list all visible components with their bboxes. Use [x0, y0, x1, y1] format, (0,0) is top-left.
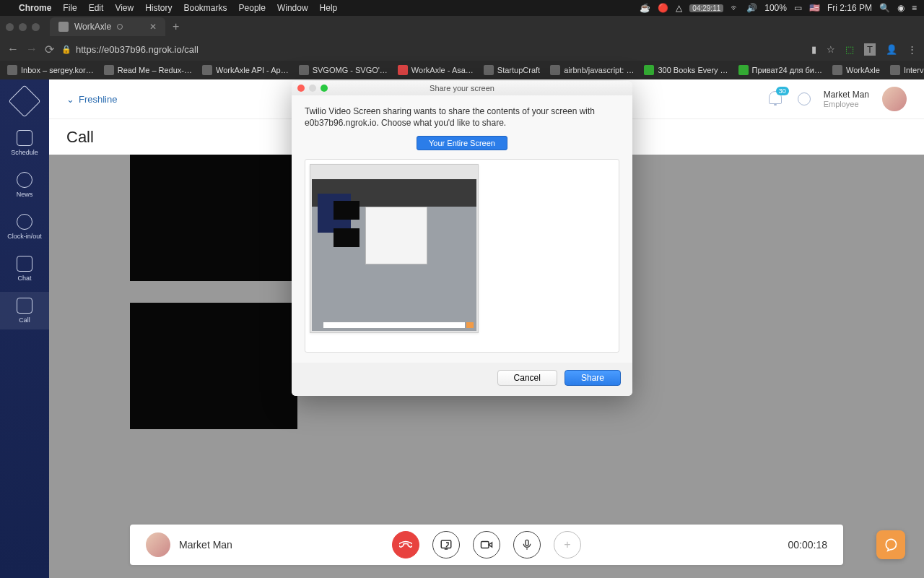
hangup-button[interactable]: [392, 531, 419, 558]
camera-icon[interactable]: ▮: [811, 44, 816, 55]
mic-toggle-button[interactable]: [513, 531, 541, 558]
chevron-down-icon: ⌄: [66, 94, 74, 105]
status-timer: 04:29:11: [689, 4, 723, 12]
dialog-titlebar: Share your screen: [292, 81, 632, 95]
menubar-app[interactable]: Chrome: [19, 3, 51, 13]
battery-percent: 100%: [764, 3, 787, 13]
browser-tab[interactable]: WorkAxle ✕: [50, 17, 165, 36]
address-bar[interactable]: 🔒 https://e0b37b96.ngrok.io/call: [61, 44, 199, 55]
bookmark-item[interactable]: WorkAxle API - Ap…: [202, 65, 289, 75]
avatar[interactable]: [882, 87, 907, 111]
spotlight-icon[interactable]: 🔍: [879, 3, 890, 13]
share-tab-entire-screen[interactable]: Your Entire Screen: [417, 136, 507, 150]
user-menu[interactable]: Market Man Employee: [824, 90, 869, 108]
sidebar-item-schedule[interactable]: Schedule: [0, 124, 49, 162]
help-chat-fab[interactable]: [876, 530, 905, 559]
bookmark-item[interactable]: SVGOMG - SVGO'…: [299, 65, 388, 75]
screen-share-dialog: Share your screen Twilio Video Screen sh…: [292, 81, 632, 396]
call-peer-avatar: [146, 532, 170, 557]
sidebar-label: Call: [19, 316, 30, 324]
screenshare-button[interactable]: [432, 531, 460, 558]
bookmark-item[interactable]: Приват24 для би…: [738, 65, 822, 75]
settings-button[interactable]: [798, 92, 811, 105]
sidebar: Schedule News Clock-in/out Chat Call: [0, 79, 49, 578]
screen-thumbnail[interactable]: [310, 164, 479, 333]
bookmark-item[interactable]: Inbox – sergey.kor…: [7, 65, 94, 75]
sidebar-label: Clock-in/out: [7, 233, 42, 240]
video-feed-self: [130, 303, 297, 429]
tab-recording-icon: [117, 24, 123, 30]
chat-icon: [17, 256, 32, 272]
window-traffic-lights[interactable]: [6, 23, 40, 31]
menubar-item-edit[interactable]: Edit: [89, 3, 104, 13]
video-icon: [17, 298, 32, 314]
back-button[interactable]: ←: [7, 43, 19, 56]
bookmark-item[interactable]: Interval | Luxon: [890, 65, 924, 75]
siri-icon[interactable]: ◉: [897, 3, 905, 13]
dialog-traffic-lights[interactable]: [297, 85, 328, 92]
cancel-button[interactable]: Cancel: [497, 370, 557, 386]
menubar-clock[interactable]: Fri 2:16 PM: [827, 3, 872, 13]
sidebar-item-chat[interactable]: Chat: [0, 250, 49, 288]
url-text: https://e0b37b96.ngrok.io/call: [76, 44, 199, 55]
bookmark-item[interactable]: StartupCraft: [484, 65, 540, 75]
add-button[interactable]: +: [554, 531, 581, 558]
wifi-icon[interactable]: ᯤ: [731, 3, 739, 13]
bookmark-item[interactable]: airbnb/javascript: …: [550, 65, 634, 75]
browser-chrome: WorkAxle ✕ + ← → ⟳ 🔒 https://e0b37b96.ng…: [0, 16, 924, 79]
notifications-button[interactable]: 30: [769, 91, 785, 107]
sidebar-item-call[interactable]: Call: [0, 292, 49, 329]
tab-close-icon[interactable]: ✕: [149, 22, 157, 32]
reload-button[interactable]: ⟳: [45, 43, 54, 56]
chrome-menu-icon[interactable]: ⋮: [907, 44, 917, 55]
tab-favicon: [58, 22, 69, 32]
sidebar-item-news[interactable]: News: [0, 166, 49, 204]
menubar-item-view[interactable]: View: [115, 3, 134, 13]
page-title: Call: [66, 128, 94, 147]
extension-icon-1[interactable]: ⬚: [845, 44, 854, 55]
video-toggle-button[interactable]: [473, 531, 500, 558]
status-icon-1[interactable]: ☕: [640, 3, 650, 13]
status-icon-2[interactable]: 🔴: [658, 3, 668, 13]
input-flag-icon[interactable]: 🇺🇸: [809, 3, 820, 13]
call-bar: Market Man + 00:00:18: [130, 525, 843, 565]
menubar-item-file[interactable]: File: [63, 3, 77, 13]
call-peer-name: Market Man: [179, 539, 232, 551]
bookmark-item[interactable]: WorkAxle: [832, 65, 880, 75]
sidebar-label: Chat: [17, 275, 31, 282]
bookmarks-bar: Inbox – sergey.kor… Read Me – Redux-… Wo…: [0, 61, 924, 79]
volume-icon[interactable]: 🔊: [746, 3, 757, 13]
breadcrumb[interactable]: ⌄ Freshline: [66, 94, 117, 105]
macos-menubar: Chrome File Edit View History Bookmarks …: [0, 0, 924, 16]
status-icon-3[interactable]: △: [676, 3, 682, 13]
bookmark-item[interactable]: 300 Books Every …: [644, 65, 728, 75]
svg-rect-2: [526, 540, 528, 545]
lock-icon: 🔒: [61, 45, 71, 54]
extension-icon-2[interactable]: T: [864, 43, 876, 56]
bookmark-star-icon[interactable]: ☆: [827, 44, 835, 55]
user-name: Market Man: [824, 90, 869, 100]
svg-rect-1: [481, 542, 489, 548]
video-feed-remote: [130, 155, 297, 281]
dialog-prompt: Twilio Video Screen sharing wants to sha…: [305, 105, 619, 129]
sidebar-label: Schedule: [11, 149, 38, 156]
call-controls: +: [392, 531, 581, 558]
share-button[interactable]: Share: [565, 370, 621, 386]
menubar-item-history[interactable]: History: [145, 3, 172, 13]
profile-icon[interactable]: 👤: [886, 44, 897, 55]
forward-button[interactable]: →: [26, 43, 38, 56]
screen-options: [305, 159, 619, 353]
menubar-item-window[interactable]: Window: [277, 3, 308, 13]
control-center-icon[interactable]: ≡: [912, 3, 917, 13]
bookmark-item[interactable]: Read Me – Redux-…: [104, 65, 192, 75]
app-logo[interactable]: [8, 85, 40, 117]
menubar-item-bookmarks[interactable]: Bookmarks: [184, 3, 227, 13]
tab-title: WorkAxle: [74, 22, 111, 32]
dialog-title: Share your screen: [430, 84, 494, 92]
sidebar-item-clock[interactable]: Clock-in/out: [0, 208, 49, 246]
battery-icon[interactable]: ▭: [794, 3, 802, 13]
bookmark-item[interactable]: WorkAxle - Asa…: [398, 65, 474, 75]
menubar-item-help[interactable]: Help: [320, 3, 338, 13]
menubar-item-people[interactable]: People: [239, 3, 266, 13]
new-tab-button[interactable]: +: [165, 20, 186, 33]
